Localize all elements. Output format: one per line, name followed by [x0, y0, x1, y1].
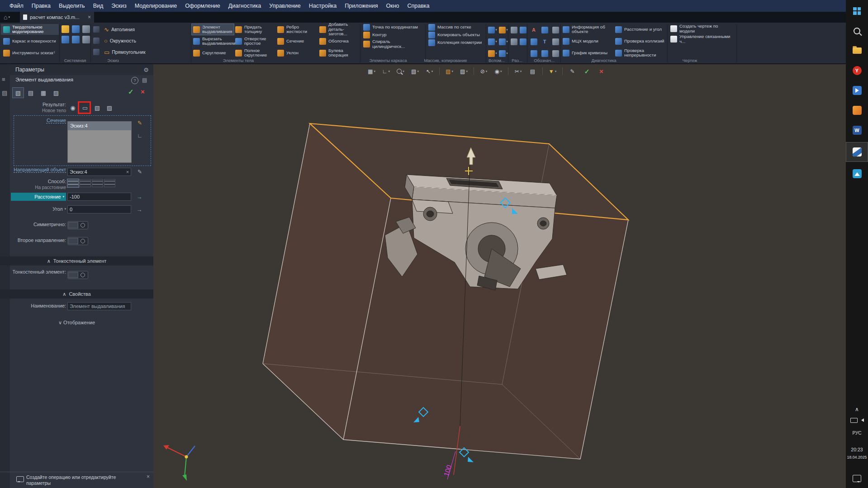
- cancel-operation-button[interactable]: ×: [141, 88, 145, 95]
- viewport-confirm-button[interactable]: ✓: [580, 66, 593, 76]
- dimension-annotation[interactable]: 100: [442, 451, 455, 479]
- grid-array-button[interactable]: Массив по сетке: [427, 24, 485, 31]
- redo-icon[interactable]: [72, 36, 80, 43]
- menu-file[interactable]: Файл: [5, 0, 28, 12]
- notation-button-2[interactable]: [541, 24, 548, 35]
- notation-button-3[interactable]: [552, 24, 559, 35]
- notation-table-button[interactable]: Т: [543, 36, 546, 47]
- group-label-partition[interactable]: Раз...: [512, 58, 522, 63]
- copy-view-button[interactable]: ▤: [526, 66, 539, 76]
- menu-management[interactable]: Управление: [265, 0, 305, 12]
- group-label-diagnostics[interactable]: Диагностика: [591, 58, 616, 63]
- aux-cs-button[interactable]: ▾: [499, 36, 508, 47]
- menu-help[interactable]: Справка: [403, 0, 434, 12]
- notation-button-6[interactable]: [552, 36, 559, 47]
- help-icon[interactable]: ?: [131, 77, 138, 84]
- hint-close-icon[interactable]: ×: [147, 474, 150, 480]
- angle-label-row[interactable]: Угол▾: [11, 206, 66, 212]
- angle-input[interactable]: [67, 205, 131, 213]
- aux-curve-button[interactable]: ▾: [488, 48, 497, 59]
- photos-button[interactable]: [846, 164, 868, 184]
- draft-button[interactable]: Уклон: [276, 47, 318, 58]
- menu-modeling[interactable]: Моделирование: [131, 0, 181, 12]
- mode-wireframe-surfaces[interactable]: Каркас и поверхности: [1, 36, 59, 47]
- menu-sketch[interactable]: Эскиз: [107, 0, 130, 12]
- operation-list-icon[interactable]: ▤: [142, 77, 147, 83]
- rib-button[interactable]: Ребро жесткости: [276, 24, 318, 35]
- viewport-cancel-button[interactable]: ×: [595, 66, 608, 76]
- thicken-button[interactable]: Придать толщину: [234, 24, 276, 35]
- partition-button-3[interactable]: [511, 36, 517, 47]
- group-label-sketch[interactable]: Эскиз: [107, 58, 119, 63]
- menu-icon[interactable]: ≡: [2, 76, 5, 83]
- confirm-operation-button[interactable]: ✓: [128, 88, 134, 96]
- partition-button-4[interactable]: [520, 36, 526, 47]
- sketch-aux-icon[interactable]: [93, 26, 100, 33]
- clear-guide-icon[interactable]: ×: [124, 168, 131, 176]
- menu-edit[interactable]: Правка: [28, 0, 55, 12]
- wireframe-mode-button[interactable]: ▨▾: [457, 66, 470, 76]
- clock-time[interactable]: 20:23: [846, 447, 868, 452]
- extrusion-preview-box[interactable]: [263, 123, 628, 459]
- word-button[interactable]: W: [846, 120, 868, 140]
- tab-parameters-3[interactable]: ▦: [38, 88, 49, 98]
- collapse-ribbon-icon[interactable]: ‹: [53, 49, 55, 55]
- linked-drawings-button[interactable]: Управление связанными ч...: [669, 34, 736, 44]
- edit-guide-icon[interactable]: ✎: [135, 167, 145, 176]
- group-label-drawing[interactable]: Чертеж: [683, 58, 697, 63]
- file-explorer-button[interactable]: [846, 41, 868, 61]
- aux-surface-button[interactable]: ▾: [499, 48, 508, 59]
- geometry-collection-button[interactable]: Коллекция геометрии: [427, 39, 485, 46]
- properties-icon[interactable]: [82, 36, 90, 43]
- menu-window[interactable]: Окно: [382, 0, 403, 12]
- group-label-aux[interactable]: Вспом...: [489, 58, 505, 63]
- cut-extrude-button[interactable]: Вырезать выдавливанием: [192, 36, 234, 47]
- tray-icons[interactable]: [846, 415, 868, 425]
- list-item[interactable]: Эскиз:4: [68, 122, 131, 130]
- panel-icon[interactable]: ▤: [2, 90, 7, 96]
- menu-view[interactable]: Вид: [89, 0, 108, 12]
- gear-icon[interactable]: ⚙: [143, 66, 149, 73]
- tab-parameters-2[interactable]: ▤: [25, 88, 36, 98]
- thin-wall-toggle[interactable]: [67, 271, 88, 279]
- symmetric-toggle[interactable]: [67, 221, 88, 229]
- group-label-array[interactable]: Массив, копирование: [424, 58, 467, 63]
- mode-sketch-tools[interactable]: Инструменты эскиза: [1, 47, 59, 58]
- shell-button[interactable]: Оболочка: [318, 36, 360, 47]
- partition-button-2[interactable]: [520, 24, 526, 35]
- notation-button-4[interactable]: [531, 36, 537, 47]
- spiral-button[interactable]: Спираль цилиндрическ...: [362, 39, 424, 49]
- sketch-aux-icon[interactable]: [93, 38, 100, 44]
- rectangle-button[interactable]: ▭ Прямоугольник: [102, 47, 147, 57]
- extrude-button[interactable]: Элемент выдавливания: [192, 24, 234, 35]
- kompas-taskbar-button[interactable]: [846, 142, 868, 162]
- notation-button-9[interactable]: [552, 48, 559, 59]
- object-info-button[interactable]: Информация об объекте: [561, 24, 614, 35]
- yandex-browser-button[interactable]: Y: [846, 61, 868, 81]
- start-button[interactable]: [846, 1, 868, 21]
- autoline-button[interactable]: ∿ Автолиния: [102, 24, 137, 34]
- tab-parameters-4[interactable]: ▨: [51, 88, 62, 98]
- parameters-header[interactable]: Параметры ⚙: [10, 64, 153, 75]
- open-icon[interactable]: [62, 25, 69, 33]
- create-drawing-button[interactable]: Создать чертеж по модели: [669, 24, 736, 33]
- hide-objects-button[interactable]: ⊘▾: [477, 66, 490, 76]
- guide-object-label[interactable]: Направляющий объект: [11, 167, 66, 172]
- tab-parameters-main[interactable]: ▧: [13, 88, 24, 98]
- menu-settings[interactable]: Настройка: [305, 0, 341, 12]
- save-icon[interactable]: [72, 25, 80, 33]
- media-player-button[interactable]: [846, 81, 868, 100]
- group-label-notation[interactable]: Обознач...: [534, 58, 555, 63]
- print-icon[interactable]: [82, 25, 90, 33]
- method-through-all-button[interactable]: [80, 179, 91, 187]
- continuity-check-button[interactable]: Проверка непрерывности: [614, 47, 666, 58]
- point-by-coords-button[interactable]: Точка по координатам: [362, 24, 424, 31]
- partition-button-1[interactable]: [511, 24, 517, 35]
- menu-applications[interactable]: Приложения: [341, 0, 382, 12]
- undo-icon[interactable]: [62, 36, 69, 43]
- collision-check-button[interactable]: Проверка коллизий: [614, 36, 666, 47]
- fillet-button[interactable]: Скругление: [192, 47, 234, 58]
- contour-button[interactable]: Контур: [362, 32, 424, 38]
- clock-date[interactable]: 18.04.2025: [846, 455, 868, 460]
- document-tab[interactable]: расчет компас v3.m... ×: [20, 12, 94, 23]
